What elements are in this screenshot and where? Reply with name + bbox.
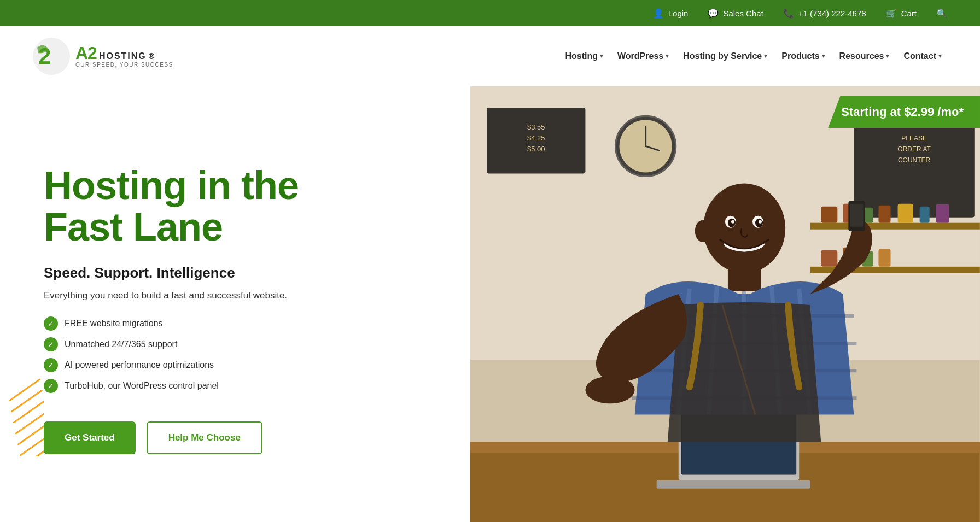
hero-description: Everything you need to build a fast and … xyxy=(44,290,438,301)
logo-svg: 2 xyxy=(33,38,70,75)
chat-icon: 💬 xyxy=(708,8,719,19)
feature-list: ✓ FREE website migrations ✓ Unmatched 24… xyxy=(44,316,438,400)
nav-item-contact[interactable]: Contact ▾ xyxy=(898,48,947,64)
phone-icon: 📞 xyxy=(783,8,794,19)
check-icon: ✓ xyxy=(44,358,58,372)
nav-item-hosting-by-service[interactable]: Hosting by Service ▾ xyxy=(678,48,773,64)
feature-text: FREE website migrations xyxy=(65,319,163,329)
phone-link[interactable]: 📞 +1 (734) 222-4678 xyxy=(783,8,866,19)
login-link[interactable]: 👤 Login xyxy=(653,8,689,19)
chevron-down-icon: ▾ xyxy=(822,52,825,60)
hero-image: $3.55 $4.25 $5.00 PLEASE ORDER AT COUNTE… xyxy=(470,86,980,522)
svg-rect-57 xyxy=(470,86,980,522)
feature-item: ✓ Unmatched 24/7/365 support xyxy=(44,337,438,351)
phone-label: +1 (734) 222-4678 xyxy=(798,9,866,18)
nav-item-hosting[interactable]: Hosting ▾ xyxy=(559,48,609,64)
hero-headline: Hosting in the Fast Lane xyxy=(44,165,438,248)
main-nav: 2 A2 HOSTING ® OUR SPEED, YOUR SUCCESS H… xyxy=(0,26,980,86)
chevron-down-icon: ▾ xyxy=(938,52,942,60)
nav-item-products[interactable]: Products ▾ xyxy=(776,48,830,64)
chevron-down-icon: ▾ xyxy=(666,52,669,60)
nav-links: Hosting ▾ WordPress ▾ Hosting by Service… xyxy=(559,48,947,64)
sales-chat-label: Sales Chat xyxy=(723,9,763,18)
hero-headline-line1: Hosting in the xyxy=(44,163,299,207)
logo-tagline: OUR SPEED, YOUR SUCCESS xyxy=(75,62,173,68)
nav-hosting-label: Hosting xyxy=(565,51,598,61)
check-icon: ✓ xyxy=(44,316,58,331)
chevron-down-icon: ▾ xyxy=(764,52,767,60)
hero-buttons: Get Started Help Me Choose xyxy=(44,421,438,454)
nav-wordpress-label: WordPress xyxy=(617,51,663,61)
feature-item: ✓ AI powered performance optimizations xyxy=(44,358,438,372)
chevron-down-icon: ▾ xyxy=(886,52,889,60)
nav-resources-label: Resources xyxy=(839,51,884,61)
hero-left: Hosting in the Fast Lane Speed. Support.… xyxy=(0,86,470,522)
nav-contact-label: Contact xyxy=(903,51,936,61)
logo-text: A2 HOSTING ® OUR SPEED, YOUR SUCCESS xyxy=(75,44,173,68)
nav-item-resources[interactable]: Resources ▾ xyxy=(834,48,895,64)
check-icon: ✓ xyxy=(44,337,58,351)
help-me-choose-button[interactable]: Help Me Choose xyxy=(147,421,262,454)
get-started-button[interactable]: Get Started xyxy=(44,421,136,454)
hero-subheadline: Speed. Support. Intelligence xyxy=(44,265,438,281)
login-label: Login xyxy=(668,9,689,18)
check-icon: ✓ xyxy=(44,379,58,393)
decorative-lines xyxy=(0,358,44,456)
nav-item-wordpress[interactable]: WordPress ▾ xyxy=(612,48,674,64)
logo-hosting-text: HOSTING xyxy=(99,51,147,61)
nav-hosting-by-service-label: Hosting by Service xyxy=(683,51,762,61)
chevron-down-icon: ▾ xyxy=(600,52,603,60)
price-badge: Starting at $2.99 /mo* xyxy=(828,96,980,128)
sales-chat-link[interactable]: 💬 Sales Chat xyxy=(708,8,763,19)
search-icon[interactable]: 🔍 xyxy=(936,8,947,19)
cart-label: Cart xyxy=(901,9,917,18)
hero-right: Starting at $2.99 /mo* $3.55 $4.25 $5.00… xyxy=(470,86,980,522)
feature-item: ✓ FREE website migrations xyxy=(44,316,438,331)
login-icon: 👤 xyxy=(653,8,664,19)
registered-mark: ® xyxy=(149,52,154,61)
nav-products-label: Products xyxy=(781,51,819,61)
logo-a2: A2 xyxy=(75,44,97,62)
hero-section: Hosting in the Fast Lane Speed. Support.… xyxy=(0,86,980,522)
feature-text: Unmatched 24/7/365 support xyxy=(65,339,177,349)
cart-link[interactable]: 🛒 Cart xyxy=(886,8,917,19)
feature-text: TurboHub, our WordPress control panel xyxy=(65,381,219,391)
feature-item: ✓ TurboHub, our WordPress control panel xyxy=(44,379,438,393)
top-bar: 👤 Login 💬 Sales Chat 📞 +1 (734) 222-4678… xyxy=(0,0,980,26)
cart-icon: 🛒 xyxy=(886,8,897,19)
hero-headline-line2: Fast Lane xyxy=(44,205,223,249)
feature-text: AI powered performance optimizations xyxy=(65,360,214,370)
logo[interactable]: 2 A2 HOSTING ® OUR SPEED, YOUR SUCCESS xyxy=(33,38,173,75)
